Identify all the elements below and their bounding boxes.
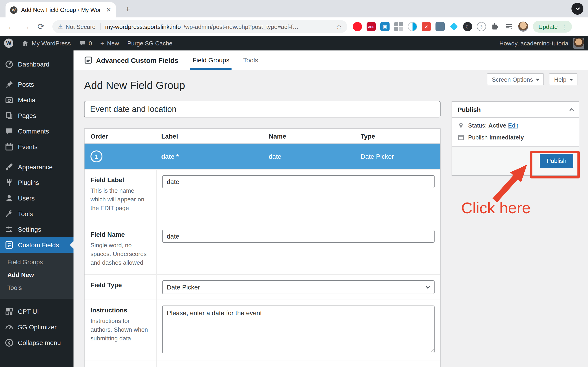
browser-tabstrip: W Add New Field Group ‹ My Wor ✕ +: [0, 0, 588, 17]
extensions-puzzle-icon[interactable]: [491, 22, 500, 31]
publish-button[interactable]: Publish: [540, 154, 573, 168]
tab-title: Add New Field Group ‹ My Wor: [21, 7, 103, 13]
update-button[interactable]: Update ⋮: [533, 21, 572, 33]
extension-abp-icon[interactable]: ABP: [367, 22, 376, 31]
browser-toolbar: ← → ⟳ ⚠ Not Secure my-wordpress.sportsli…: [0, 17, 588, 36]
sidebar-item-plugins[interactable]: Plugins: [0, 175, 73, 190]
publish-box-footer: Publish: [452, 146, 579, 175]
extension-red-x-icon[interactable]: ✕: [422, 22, 431, 31]
sidebar-item-cpt-ui[interactable]: CPT UI: [0, 304, 73, 319]
publish-box-header[interactable]: Publish: [452, 102, 579, 118]
sidebar-item-sg-optimizer[interactable]: SG Optimizer: [0, 319, 73, 335]
comments-menu[interactable]: 0: [75, 36, 96, 50]
admin-bar-right: Howdy, academind-tutorial: [499, 36, 588, 50]
pin-status-icon: [458, 122, 464, 129]
setting-field-type: Field Type Date Picker: [85, 274, 440, 300]
sidebar-item-pages[interactable]: Pages: [0, 108, 73, 123]
extension-clock-icon[interactable]: ◷: [477, 22, 486, 31]
comments-count: 0: [89, 40, 92, 47]
submenu-item-tools[interactable]: Tools: [0, 282, 73, 294]
extension-blue-icon[interactable]: ▣: [380, 22, 389, 31]
reload-button[interactable]: ⟳: [36, 22, 46, 32]
sidebar-item-media[interactable]: Media: [0, 92, 73, 108]
immediately-value: immediately: [489, 134, 524, 141]
instructions-textarea[interactable]: Please, enter a date for the event: [162, 306, 435, 353]
setting-field-name: Field Name Single word, no spaces. Under…: [85, 224, 440, 274]
extension-gem-icon[interactable]: [449, 22, 458, 31]
bookmark-star-icon[interactable]: ☆: [336, 23, 342, 30]
wp-logo-menu[interactable]: W: [0, 36, 17, 50]
howdy-label[interactable]: Howdy, academind-tutorial: [499, 40, 570, 47]
purge-cache-menu[interactable]: Purge SG Cache: [123, 36, 177, 50]
field-row-selected[interactable]: 1 date * date Date Picker: [85, 144, 440, 169]
sidebar-item-dashboard[interactable]: Dashboard: [0, 56, 73, 72]
tab-search-button[interactable]: [571, 3, 583, 15]
site-name-menu[interactable]: My WordPress: [17, 36, 75, 50]
update-label: Update: [538, 23, 558, 30]
extension-moon-icon[interactable]: ☾: [463, 22, 472, 31]
extension-opera-icon[interactable]: [353, 22, 362, 31]
sidebar-item-posts[interactable]: Posts: [0, 77, 73, 92]
extension-panel-icon[interactable]: [435, 22, 445, 31]
media-queue-icon[interactable]: [504, 22, 514, 31]
submenu-item-add-new[interactable]: Add New: [0, 269, 73, 282]
setting-desc: Instructions for authors. Shown when sub…: [90, 317, 150, 343]
collapse-arrow-icon: [5, 338, 14, 347]
sidebar-item-settings[interactable]: Settings: [0, 222, 73, 237]
sidebar-item-tools[interactable]: Tools: [0, 206, 73, 222]
extension-circle-icon[interactable]: [408, 22, 417, 31]
field-group-title-input[interactable]: [84, 101, 441, 117]
acf-title: Advanced Custom Fields: [84, 50, 178, 70]
site-name-label: My WordPress: [32, 40, 71, 47]
field-label-input[interactable]: [162, 175, 435, 188]
omnibox-divider: [100, 23, 101, 30]
screen: W Add New Field Group ‹ My Wor ✕ + ← → ⟳…: [0, 0, 588, 367]
main-content: Advanced Custom Fields Field Groups Tool…: [73, 50, 588, 367]
field-type-select[interactable]: Date Picker: [162, 280, 435, 294]
wordpress-logo-icon: W: [4, 39, 13, 48]
comments-icon: [5, 127, 14, 136]
sidebar-item-comments[interactable]: Comments: [0, 123, 73, 139]
collapse-menu-button[interactable]: Collapse menu: [0, 335, 73, 350]
chevron-down-icon: [536, 77, 539, 81]
browser-menu-icon[interactable]: ⋮: [561, 23, 567, 30]
browser-tab[interactable]: W Add New Field Group ‹ My Wor ✕: [6, 2, 116, 17]
media-icon: [5, 95, 14, 105]
new-tab-button[interactable]: +: [122, 4, 133, 15]
tab-field-groups[interactable]: Field Groups: [190, 50, 232, 70]
help-button[interactable]: Help: [549, 73, 578, 85]
address-bar[interactable]: ⚠ Not Secure my-wordpress.sportslink.inf…: [52, 20, 347, 33]
field-row-type: Date Picker: [355, 153, 440, 160]
sidebar-item-appearance[interactable]: Appearance: [0, 159, 73, 175]
status-value: Active: [488, 122, 506, 129]
not-secure-label: Not Secure: [66, 23, 95, 30]
field-name-input[interactable]: [162, 230, 435, 243]
sidebar-item-events[interactable]: Events: [0, 139, 73, 155]
sidebar-item-custom-fields[interactable]: Custom Fields: [0, 237, 73, 253]
back-button[interactable]: ←: [6, 22, 17, 31]
page-title: Add New Field Group: [84, 79, 185, 92]
new-content-menu[interactable]: + New: [96, 36, 123, 50]
tab-tools[interactable]: Tools: [241, 50, 260, 70]
user-avatar[interactable]: [573, 38, 584, 49]
setting-label: Field Type: [90, 281, 150, 289]
col-order: Order: [85, 132, 155, 140]
comment-bubble-icon: [79, 40, 86, 47]
pages-icon: [5, 111, 14, 120]
new-label: New: [107, 40, 119, 47]
extension-grid-icon[interactable]: [394, 22, 403, 31]
tab-close-icon[interactable]: ✕: [106, 6, 111, 13]
collapse-toggle-icon[interactable]: [569, 108, 574, 113]
acf-header-bar: Advanced Custom Fields Field Groups Tool…: [73, 50, 588, 70]
profile-avatar[interactable]: [518, 22, 528, 32]
edit-status-link[interactable]: Edit: [508, 122, 519, 129]
setting-desc: Single word, no spaces. Underscores and …: [90, 241, 150, 267]
forward-button[interactable]: →: [21, 22, 31, 31]
sidebar-item-users[interactable]: Users: [0, 190, 73, 206]
url-host: my-wordpress.sportslink.info: [105, 23, 181, 30]
setting-instructions: Instructions Instructions for authors. S…: [85, 300, 440, 361]
acf-tabs: Field Groups Tools: [186, 50, 265, 70]
screen-options-button[interactable]: Screen Options: [487, 73, 544, 85]
submenu-item-field-groups[interactable]: Field Groups: [0, 256, 73, 269]
brush-icon: [5, 162, 14, 172]
